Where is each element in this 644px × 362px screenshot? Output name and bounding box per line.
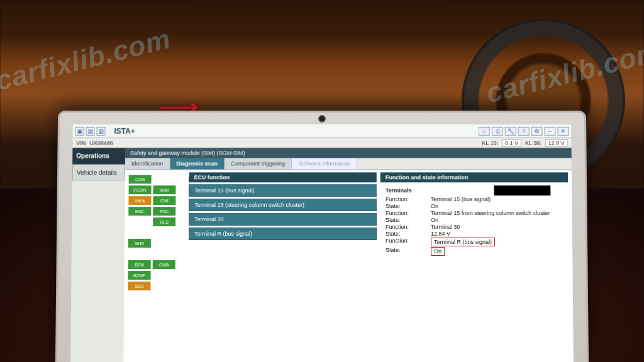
ecu-chip-rls[interactable]: RLS	[153, 217, 175, 226]
print-icon[interactable]: ⎙	[492, 126, 503, 135]
state-key: Function:	[386, 224, 431, 230]
state-row: Function:Terminal 15 (bus signal)	[386, 196, 564, 202]
ecu-function-item[interactable]: Terminal R (bus signal)	[189, 228, 377, 240]
state-key: State:	[386, 203, 431, 209]
close-icon[interactable]: ✕	[557, 126, 569, 135]
wrench-icon[interactable]: 🔧	[505, 126, 516, 135]
app-title: ISTA+	[114, 126, 135, 135]
left-nav: Operations Vehicle details	[70, 148, 125, 362]
window-icon[interactable]: ▥	[96, 126, 105, 135]
state-key: Function:	[386, 238, 431, 246]
ecu-chip-ehc[interactable]: EHC	[128, 207, 151, 216]
kl30-label: KL 30:	[525, 140, 541, 146]
tab-software-info[interactable]: Software information	[292, 158, 357, 169]
app-body: Operations Vehicle details Safety and ga…	[70, 148, 574, 362]
tab-component-triggering[interactable]: Component triggering	[225, 158, 292, 169]
ecu-chip-wim[interactable]: WIM	[153, 185, 175, 194]
state-key: State:	[386, 217, 431, 223]
state-info-panel: Function and state information Terminals…	[380, 172, 570, 361]
state-row: Function:Terminal R (bus signal)	[386, 238, 564, 246]
state-row: State:On	[386, 217, 564, 223]
window-icon[interactable]: ▤	[86, 126, 95, 135]
ecu-chip-shd[interactable]: SHD	[128, 239, 151, 248]
state-key: State:	[386, 231, 431, 237]
minimize-icon[interactable]: –	[544, 126, 555, 135]
title-bar: ▣ ▤ ▥ ISTA+ ⌂ ⎙ 🔧 ? ⚙ – ✕	[73, 124, 572, 138]
state-value: Terminal 15 (bus signal)	[431, 196, 564, 202]
ecu-chip-fcon[interactable]: FCON	[129, 185, 152, 194]
tablet-camera	[318, 115, 326, 123]
state-info-body: Terminals Function:Terminal 15 (bus sign…	[380, 182, 570, 361]
window-icon[interactable]: ▣	[75, 126, 84, 135]
kl15-label: KL 15:	[482, 140, 499, 146]
kl15-value: 0.1 V	[502, 139, 521, 146]
ecu-chip-bzmf[interactable]: BZMF	[128, 271, 150, 280]
help-icon[interactable]: ?	[518, 126, 530, 135]
tablet-device: ▣ ▤ ▥ ISTA+ ⌂ ⎙ 🔧 ? ⚙ – ✕ VIN UX08446 KL…	[55, 111, 589, 362]
state-value: On	[431, 217, 564, 223]
ecu-function-header: ECU function	[189, 172, 376, 182]
ecu-chip-sec[interactable]: SEC	[128, 282, 150, 290]
ecu-function-item[interactable]: Terminal 15 (bus signal)	[189, 184, 377, 197]
ecu-chip-bzm[interactable]: BZM	[128, 260, 151, 269]
state-value: On	[431, 247, 564, 256]
title-right-icons: ⌂ ⎙ 🔧 ? ⚙ – ✕	[479, 126, 569, 135]
ecu-chip-con[interactable]: CON	[129, 175, 152, 184]
kl30-value: 12.8 V	[545, 139, 568, 146]
ecu-chip-gwa[interactable]: GWA	[153, 260, 175, 269]
app-screen: ▣ ▤ ▥ ISTA+ ⌂ ⎙ 🔧 ? ⚙ – ✕ VIN UX08446 KL…	[70, 124, 574, 362]
state-value: 12.84 V	[431, 231, 564, 237]
tab-diagnosis-scan[interactable]: Diagnosis scan	[170, 158, 225, 169]
state-key: Function:	[386, 196, 431, 202]
nav-vehicle-details[interactable]: Vehicle details	[72, 164, 125, 180]
state-value: Terminal 15 from steering column switch …	[431, 210, 564, 216]
ecu-chip-pdc[interactable]: PDC	[153, 207, 175, 216]
state-value: Terminal 30	[431, 224, 564, 230]
module-breadcrumb: Safety and gateway module (SIM) (SGM-SIM…	[125, 148, 572, 158]
state-info-header: Function and state information	[380, 172, 568, 182]
vin-row: VIN UX08446 KL 15: 0.1 V KL 30: 12.8 V	[72, 138, 571, 148]
ecu-chip-ihka[interactable]: IHKA	[128, 196, 151, 205]
vin-label: VIN	[76, 140, 86, 146]
state-row: Function:Terminal 15 from steering colum…	[386, 210, 564, 216]
ecu-function-item[interactable]: Terminal 15 (steering column switch clus…	[189, 199, 377, 211]
content-area: Safety and gateway module (SIM) (SGM-SIM…	[123, 148, 574, 362]
vin-value: UX08446	[89, 140, 113, 146]
nav-operations[interactable]: Operations	[72, 148, 125, 165]
state-value: On	[431, 203, 564, 209]
state-value: Terminal R (bus signal)	[431, 238, 564, 246]
redacted-block	[494, 185, 550, 195]
state-row: State:12.84 V	[386, 231, 564, 237]
home-icon[interactable]: ⌂	[479, 126, 490, 135]
state-key: State:	[386, 247, 431, 256]
settings-icon[interactable]: ⚙	[531, 126, 543, 135]
ecu-tree: CONFCONWIMIHKACIMEHCPDCRLSSHDBZMGWABZMFS…	[127, 172, 185, 361]
state-key: Function:	[386, 210, 431, 216]
state-row: State:On	[386, 247, 564, 256]
ecu-function-item[interactable]: Terminal 30	[189, 213, 377, 226]
state-row: Function:Terminal 30	[386, 224, 564, 230]
panels-row: CONFCONWIMIHKACIMEHCPDCRLSSHDBZMGWABZMFS…	[123, 170, 574, 362]
tab-identification[interactable]: Identification	[125, 158, 170, 169]
state-row: State:On	[386, 203, 564, 209]
ecu-function-panel: ECU function Terminal 15 (bus signal)Ter…	[188, 172, 377, 361]
sub-tabs: Identification Diagnosis scan Component …	[125, 158, 572, 170]
ecu-chip-cim[interactable]: CIM	[153, 196, 175, 205]
title-left-icons: ▣ ▤ ▥	[75, 126, 106, 135]
